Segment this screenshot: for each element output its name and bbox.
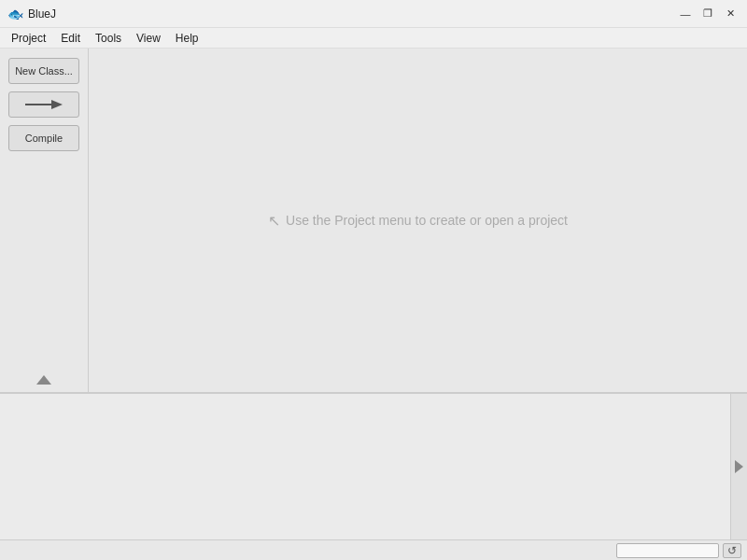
sidebar: New Class... Compile	[0, 49, 89, 392]
close-button[interactable]: ✕	[721, 5, 740, 23]
compile-button[interactable]: Compile	[8, 125, 79, 151]
title-bar: 🐟 BlueJ — ❐ ✕	[0, 0, 747, 28]
right-arrow-icon	[735, 460, 743, 473]
minimize-button[interactable]: —	[676, 5, 695, 23]
app-icon: 🐟	[7, 7, 22, 21]
lower-content	[0, 394, 730, 539]
lower-right-panel[interactable]	[730, 394, 747, 539]
menu-item-edit[interactable]: Edit	[53, 30, 88, 47]
bottom-search-input[interactable]	[616, 543, 719, 558]
svg-marker-1	[51, 100, 63, 109]
canvas-hint-text: Use the Project menu to create or open a…	[286, 213, 568, 228]
upper-area: New Class... Compile ↖ Use the Project m…	[0, 49, 747, 394]
maximize-button[interactable]: ❐	[698, 5, 717, 23]
lower-area	[0, 394, 747, 539]
main-container: New Class... Compile ↖ Use the Project m…	[0, 49, 747, 560]
triangle-icon[interactable]	[36, 375, 51, 385]
arrow-icon	[25, 98, 63, 111]
menu-bar: Project Edit Tools View Help	[0, 28, 747, 49]
title-bar-left: 🐟 BlueJ	[7, 7, 56, 21]
new-class-button[interactable]: New Class...	[8, 58, 79, 84]
title-bar-controls: — ❐ ✕	[676, 5, 740, 23]
app-title: BlueJ	[28, 7, 56, 21]
canvas-area: ↖ Use the Project menu to create or open…	[89, 49, 747, 392]
canvas-hint: ↖ Use the Project menu to create or open…	[268, 212, 568, 230]
menu-item-tools[interactable]: Tools	[88, 30, 129, 47]
menu-item-project[interactable]: Project	[4, 30, 53, 47]
menu-item-help[interactable]: Help	[168, 30, 206, 47]
menu-item-view[interactable]: View	[129, 30, 168, 47]
hint-arrow-icon: ↖	[268, 212, 280, 230]
bottom-bar: ↺	[0, 539, 747, 560]
arrow-button[interactable]	[8, 91, 79, 118]
bottom-refresh-button[interactable]: ↺	[723, 543, 741, 558]
